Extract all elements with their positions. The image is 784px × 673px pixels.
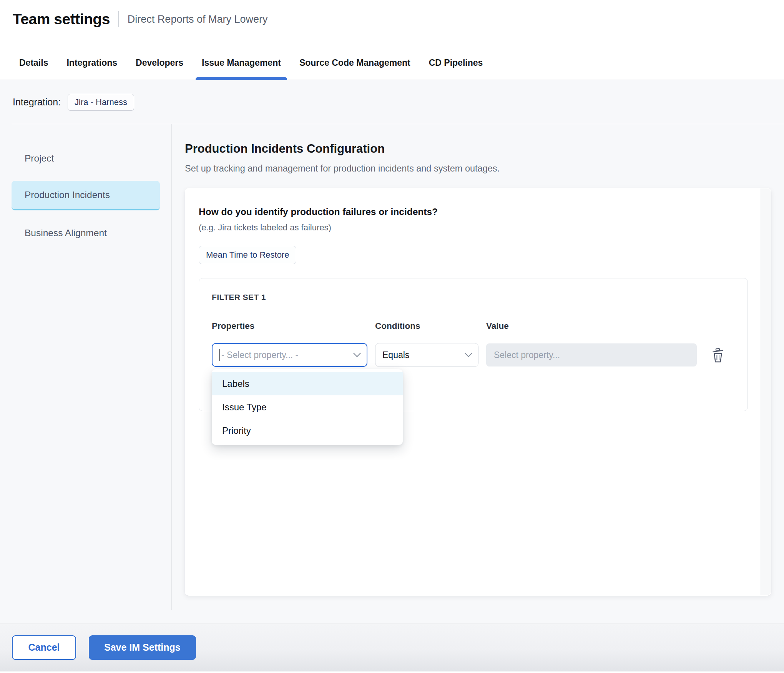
properties-dropdown: Labels Issue Type Priority: [212, 369, 403, 445]
dropdown-option-priority[interactable]: Priority: [212, 419, 403, 442]
page-subtitle: Direct Reports of Mary Lowery: [128, 13, 268, 25]
filter-grid: Properties Conditions Value - Select pro…: [212, 321, 735, 367]
question-heading: How do you identify production failures …: [199, 207, 757, 217]
tab-issue-management[interactable]: Issue Management: [196, 57, 287, 80]
content-area: Project Production Incidents Business Al…: [0, 124, 784, 610]
filter-set-panel: FILTER SET 1 Properties Conditions Value…: [199, 278, 748, 411]
conditions-column-header: Conditions: [375, 321, 478, 331]
tab-label: CD Pipelines: [429, 58, 483, 68]
delete-filter-button[interactable]: [710, 346, 726, 364]
team-settings-page: Team settings Direct Reports of Mary Low…: [0, 0, 784, 673]
conditions-selected-value: Equals: [382, 350, 409, 360]
sidebar-item-production-incidents[interactable]: Production Incidents: [12, 181, 160, 210]
tab-developers[interactable]: Developers: [130, 57, 189, 80]
sidebar: Project Production Incidents Business Al…: [0, 124, 172, 610]
page-title: Team settings: [13, 11, 110, 28]
section-title: Production Incidents Configuration: [185, 142, 771, 156]
tab-details[interactable]: Details: [13, 57, 54, 80]
tab-cd-pipelines[interactable]: CD Pipelines: [423, 57, 489, 80]
value-input: [486, 343, 697, 366]
tab-label: Issue Management: [202, 58, 281, 68]
dropdown-option-issue-type[interactable]: Issue Type: [212, 395, 403, 419]
save-im-settings-button[interactable]: Save IM Settings: [89, 635, 196, 660]
tab-integrations[interactable]: Integrations: [60, 57, 123, 80]
footer-action-bar: Cancel Save IM Settings: [0, 623, 784, 671]
tab-label: Source Code Management: [299, 58, 410, 68]
title-row: Team settings Direct Reports of Mary Low…: [0, 11, 784, 28]
properties-placeholder: - Select property... -: [221, 350, 298, 360]
properties-select-wrapper: - Select property... - Labels Issue Type…: [212, 343, 367, 367]
page-header: Team settings Direct Reports of Mary Low…: [0, 0, 784, 80]
pre-footer-spacer: [0, 610, 784, 623]
tab-bar: Details Integrations Developers Issue Ma…: [0, 57, 784, 80]
properties-column-header: Properties: [212, 321, 367, 331]
filter-set-title: FILTER SET 1: [212, 293, 735, 302]
metric-tab-mean-time-to-restore[interactable]: Mean Time to Restore: [199, 246, 296, 264]
text-cursor: [219, 349, 220, 361]
tab-label: Details: [19, 58, 48, 68]
integration-row: Integration: Jira - Harness: [0, 80, 784, 124]
properties-select[interactable]: - Select property... -: [212, 343, 367, 367]
question-hint: (e.g. Jira tickets labeled as failures): [199, 223, 757, 233]
active-tab-underline: [196, 77, 287, 80]
tab-label: Integrations: [66, 58, 117, 68]
sidebar-item-business-alignment[interactable]: Business Alignment: [12, 218, 160, 248]
cancel-button[interactable]: Cancel: [12, 635, 76, 660]
incidents-config-card: How do you identify production failures …: [185, 188, 771, 596]
title-divider: [118, 11, 119, 27]
main-panel: Production Incidents Configuration Set u…: [172, 124, 784, 610]
conditions-select[interactable]: Equals: [375, 343, 478, 367]
tab-source-code-management[interactable]: Source Code Management: [293, 57, 417, 80]
chevron-down-icon: [465, 350, 472, 357]
chevron-down-icon: [353, 350, 361, 357]
tab-label: Developers: [136, 58, 183, 68]
integration-chip[interactable]: Jira - Harness: [68, 94, 134, 111]
integration-label: Integration:: [13, 97, 61, 108]
dropdown-option-labels[interactable]: Labels: [212, 372, 403, 395]
card-scrollbar-track[interactable]: [760, 188, 771, 595]
sidebar-item-project[interactable]: Project: [12, 143, 160, 173]
trash-icon: [710, 346, 726, 364]
section-description: Set up tracking and management for produ…: [185, 163, 771, 174]
value-column-header: Value: [486, 321, 697, 331]
value-cell: [486, 343, 697, 366]
